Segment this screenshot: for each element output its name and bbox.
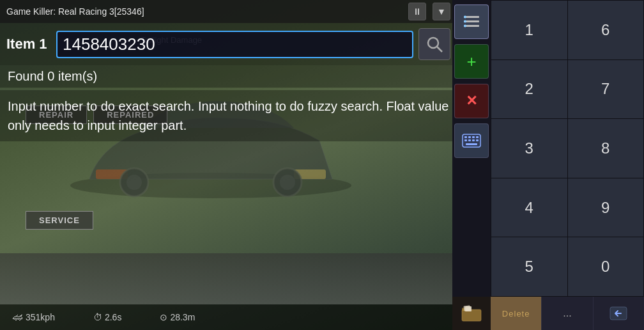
key-6[interactable]: 6 [568,1,644,59]
delete-button[interactable]: ✕ [454,84,489,118]
svg-rect-21 [468,139,471,141]
svg-rect-23 [476,139,479,141]
svg-point-14 [464,25,466,28]
key-4[interactable]: 4 [491,178,567,237]
add-button[interactable]: + [454,44,489,79]
keyboard-icon [462,134,481,148]
time-value: 2.6s [105,312,121,322]
right-sidebar: + ✕ [452,0,644,330]
search-icon [425,35,443,53]
overlay-panel: Game Killer: Real Racing 3[25346] ⏸ ▼ It… [0,0,457,294]
svg-line-8 [437,47,442,52]
ellipsis-icon: ... [563,308,571,319]
speed-status: 🏎 351kph [13,311,55,323]
icon-column: + ✕ [452,0,491,297]
svg-rect-19 [476,136,479,138]
svg-point-7 [428,38,438,48]
search-input[interactable] [57,32,412,57]
title-bar: Game Killer: Real Racing 3[25346] ⏸ ▼ [0,0,457,23]
key-5[interactable]: 5 [491,237,567,296]
plus-icon: + [466,52,476,72]
more-options-button[interactable]: ... [541,297,592,330]
key-2[interactable]: 2 [491,60,567,119]
item-label: Item 1 [6,36,51,52]
svg-rect-22 [472,139,475,141]
key-7[interactable]: 7 [568,60,644,119]
search-row: Item 1 [0,23,457,65]
numpad: 1 6 2 7 3 8 4 9 5 0 [491,0,644,297]
menu-button[interactable]: ▼ [433,3,450,20]
svg-rect-20 [464,139,467,141]
svg-rect-18 [472,136,475,138]
list-icon [463,14,480,29]
back-button[interactable] [593,297,644,330]
found-results: Found 0 item(s) [0,65,457,88]
distance-value: 28.3m [170,312,195,322]
svg-rect-25 [462,310,481,321]
svg-rect-16 [464,136,467,138]
search-button[interactable] [418,28,450,60]
delete-key-area[interactable]: D e l e t e [491,297,541,330]
key-3[interactable]: 3 [491,119,567,178]
distance-status: ⊙ 28.3m [160,312,195,322]
key-0[interactable]: 0 [568,237,644,296]
status-bar: 🏎 351kph ⏱ 2.6s ⊙ 28.3m [0,304,460,330]
key-1[interactable]: 1 [491,1,567,59]
svg-point-13 [464,20,466,23]
sidebar-bottom-bar: D e l e t e ... [452,297,644,330]
speed-value: 351kph [26,312,55,322]
folder-icon [461,304,482,322]
app-title: Game Killer: Real Racing 3[25346] [6,6,402,17]
info-message: Input number to do exact search. Input n… [0,90,457,141]
svg-rect-24 [466,143,477,145]
pause-button[interactable]: ⏸ [408,3,426,20]
cross-icon: ✕ [466,93,477,109]
key-9[interactable]: 9 [568,178,644,237]
time-status: ⏱ 2.6s [93,312,121,322]
sidebar-top: + ✕ [452,0,644,297]
keyboard-button[interactable] [454,123,489,158]
list-icon-button[interactable] [454,4,489,39]
bottom-icon-row: D e l e t e ... [491,297,644,330]
svg-rect-28 [465,306,471,311]
search-input-wrapper [56,31,413,58]
svg-rect-17 [468,136,471,138]
key-8[interactable]: 8 [568,119,644,178]
svg-point-12 [464,16,466,19]
folder-button[interactable] [452,297,491,330]
back-icon [610,306,627,320]
